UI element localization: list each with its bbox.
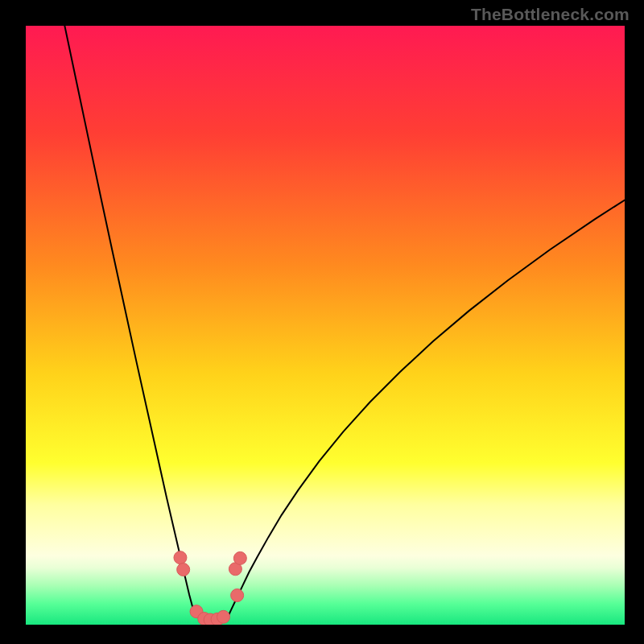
curve-marker (233, 551, 246, 564)
series-left-curve (64, 26, 193, 610)
watermark-text: TheBottleneck.com (471, 5, 630, 24)
curve-marker (217, 610, 230, 623)
plot-area (26, 26, 625, 625)
curve-marker (174, 551, 187, 564)
curve-marker (231, 589, 244, 602)
series-right-curve (226, 200, 625, 621)
bottleneck-curve (26, 26, 625, 625)
curve-marker (177, 564, 190, 576)
